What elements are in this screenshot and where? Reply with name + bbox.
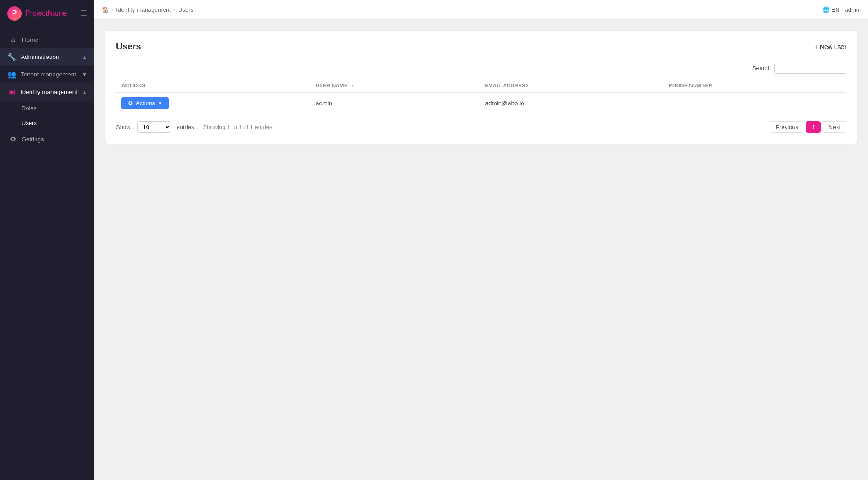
sidebar-item-settings[interactable]: ⚙ Settings <box>0 130 94 148</box>
identity-icon: ▣ <box>7 88 16 96</box>
row-email: admin@abp.io <box>479 92 663 114</box>
administration-chevron-icon: ▲ <box>82 54 87 60</box>
showing-text: Showing 1 to 1 of 1 entries <box>203 124 273 130</box>
search-input[interactable] <box>774 63 846 74</box>
next-button[interactable]: Next <box>823 121 846 133</box>
new-user-button[interactable]: + New user <box>814 43 846 50</box>
pagination: Previous 1 Next <box>770 121 846 133</box>
table-row: ⚙ Actions ▼ admin admin@abp.io <box>116 92 846 114</box>
users-page-card: Users + New user Search ACTIONS USER NAM… <box>105 31 857 144</box>
sidebar-nav: ⌂ Home 🔧 Administration ▲ 👥 Tenant manag… <box>0 27 94 480</box>
tenant-chevron-icon: ▼ <box>82 72 87 78</box>
page-1-button[interactable]: 1 <box>806 121 821 133</box>
topbar-right: 🌐 EN admin <box>823 6 861 13</box>
caret-icon: ▼ <box>158 101 162 106</box>
table-header-row: ACTIONS USER NAME ▼ EMAIL ADDRESS PHONE … <box>116 79 846 92</box>
app-logo-text: ProjectName <box>25 9 67 18</box>
sidebar-item-identity-management[interactable]: ▣ Identity management ▲ <box>0 83 94 101</box>
search-row: Search <box>116 63 846 74</box>
administration-icon: 🔧 <box>7 53 16 61</box>
col-actions: ACTIONS <box>116 79 310 92</box>
col-phone: PHONE NUMBER <box>663 79 846 92</box>
entries-per-page-select[interactable]: 10 25 50 100 <box>137 121 171 133</box>
actions-button[interactable]: ⚙ Actions ▼ <box>121 97 169 109</box>
home-breadcrumb-icon[interactable]: 🏠 <box>102 6 109 13</box>
col-username[interactable]: USER NAME ▼ <box>310 79 479 92</box>
lang-label: EN <box>832 6 840 13</box>
actions-label: Actions <box>136 100 155 107</box>
search-label: Search <box>752 65 771 72</box>
identity-chevron-icon: ▲ <box>82 89 87 95</box>
sidebar-item-roles[interactable]: Roles <box>0 101 94 116</box>
entries-label: entries <box>177 124 194 130</box>
sidebar-logo: P ProjectName ☰ <box>0 0 94 27</box>
users-table: ACTIONS USER NAME ▼ EMAIL ADDRESS PHONE … <box>116 79 846 114</box>
main-wrapper: 🏠 › Identity management › Users 🌐 EN adm… <box>94 0 868 480</box>
administration-label: Administration <box>21 54 59 60</box>
sidebar: P ProjectName ☰ ⌂ Home 🔧 Administration … <box>0 0 94 480</box>
settings-label: Settings <box>22 136 87 143</box>
sidebar-toggle-icon[interactable]: ☰ <box>80 9 87 18</box>
settings-icon: ⚙ <box>9 135 18 144</box>
col-email: EMAIL ADDRESS <box>479 79 663 92</box>
table-footer: Show 10 25 50 100 entries Showing 1 to 1… <box>116 121 846 133</box>
users-table-container: ACTIONS USER NAME ▼ EMAIL ADDRESS PHONE … <box>116 79 846 114</box>
identity-management-label: Identity management <box>21 89 77 95</box>
page-title: Users <box>116 41 141 52</box>
gear-icon: ⚙ <box>128 100 133 107</box>
home-icon: ⌂ <box>9 36 18 44</box>
topbar: 🏠 › Identity management › Users 🌐 EN adm… <box>94 0 868 20</box>
breadcrumb-identity[interactable]: Identity management <box>116 6 170 13</box>
users-label: Users <box>22 120 37 126</box>
app-logo-icon: P <box>7 6 22 21</box>
tenant-icon: 👥 <box>7 70 16 79</box>
row-username: admin <box>310 92 479 114</box>
globe-icon: 🌐 <box>823 6 830 13</box>
sidebar-item-tenant-management[interactable]: 👥 Tenant management ▼ <box>0 66 94 83</box>
sort-icon: ▼ <box>351 83 355 88</box>
home-label: Home <box>22 36 87 43</box>
previous-button[interactable]: Previous <box>770 121 804 133</box>
breadcrumb-users[interactable]: Users <box>178 6 193 13</box>
topbar-user[interactable]: admin <box>845 6 861 13</box>
tenant-management-label: Tenant management <box>21 71 76 78</box>
row-phone <box>663 92 846 114</box>
row-actions-cell: ⚙ Actions ▼ <box>116 92 310 114</box>
roles-label: Roles <box>22 105 36 112</box>
sidebar-item-home[interactable]: ⌂ Home <box>0 31 94 48</box>
page-header: Users + New user <box>116 41 846 52</box>
language-selector[interactable]: 🌐 EN <box>823 6 840 13</box>
show-label: Show <box>116 124 131 130</box>
sidebar-item-administration[interactable]: 🔧 Administration ▲ <box>0 48 94 66</box>
breadcrumb: 🏠 › Identity management › Users <box>102 6 193 13</box>
main-content: Users + New user Search ACTIONS USER NAM… <box>94 20 868 480</box>
sidebar-item-users[interactable]: Users <box>0 116 94 130</box>
